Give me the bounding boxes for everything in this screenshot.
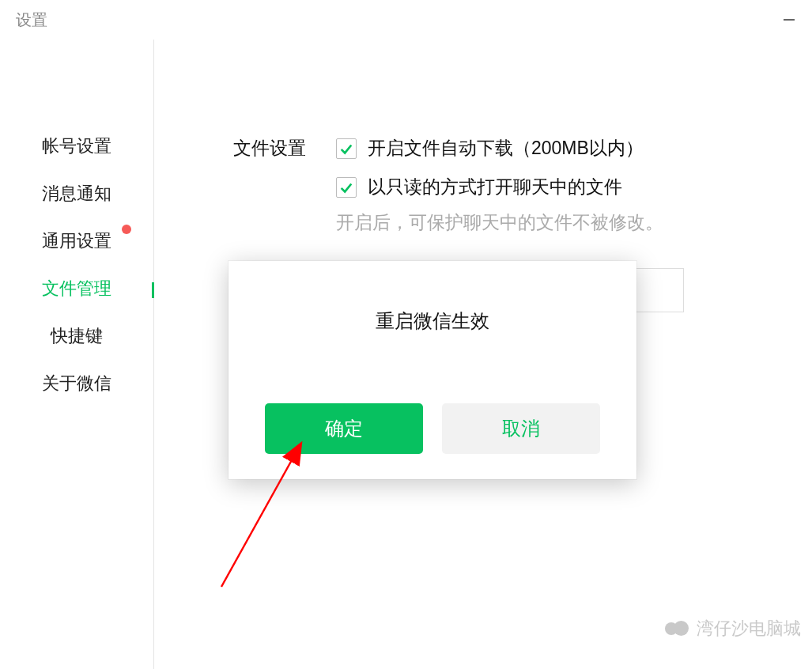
notification-dot-icon	[122, 225, 131, 234]
restart-dialog: 重启微信生效 确定 取消	[228, 261, 636, 479]
sidebar-item-account[interactable]: 帐号设置	[0, 123, 153, 170]
checkbox-row-autodownload: 开启文件自动下载（200MB以内）	[336, 136, 684, 161]
sidebar-item-filemanage[interactable]: 文件管理	[0, 265, 153, 312]
section-label: 文件设置	[233, 136, 306, 161]
check-icon	[339, 180, 353, 195]
checkbox-autodownload[interactable]	[336, 138, 357, 159]
sidebar-item-label: 快捷键	[51, 324, 103, 348]
dialog-buttons: 确定 取消	[265, 403, 600, 454]
sidebar-item-label: 文件管理	[42, 277, 111, 300]
hint-text: 开启后，可保护聊天中的文件不被修改。	[336, 210, 684, 235]
sidebar-item-general[interactable]: 通用设置	[0, 217, 153, 265]
watermark-text: 湾仔沙电脑城	[697, 617, 801, 641]
sidebar-item-label: 关于微信	[42, 372, 111, 395]
sidebar-item-notification[interactable]: 消息通知	[0, 170, 153, 217]
window-title: 设置	[16, 9, 47, 31]
titlebar: 设置	[0, 0, 812, 40]
sidebar-item-label: 消息通知	[42, 182, 111, 206]
sidebar-item-label: 帐号设置	[42, 134, 111, 158]
checkbox-row-readonly: 以只读的方式打开聊天中的文件	[336, 175, 684, 199]
checkbox-readonly[interactable]	[336, 177, 357, 198]
check-icon	[339, 142, 353, 156]
watermark: 湾仔沙电脑城	[665, 617, 801, 641]
window-controls	[782, 13, 796, 27]
sidebar-item-label: 通用设置	[42, 229, 111, 253]
confirm-button[interactable]: 确定	[265, 403, 423, 454]
sidebar: 帐号设置 消息通知 通用设置 文件管理 快捷键 关于微信	[0, 40, 154, 669]
dialog-message: 重启微信生效	[376, 308, 489, 334]
minimize-button[interactable]	[782, 13, 796, 27]
checkbox-label: 开启文件自动下载（200MB以内）	[368, 136, 644, 161]
wechat-icon	[665, 619, 689, 638]
checkbox-label: 以只读的方式打开聊天中的文件	[368, 175, 622, 199]
sidebar-item-about[interactable]: 关于微信	[0, 360, 153, 407]
sidebar-item-shortcut[interactable]: 快捷键	[0, 312, 153, 360]
cancel-button[interactable]: 取消	[442, 403, 600, 454]
